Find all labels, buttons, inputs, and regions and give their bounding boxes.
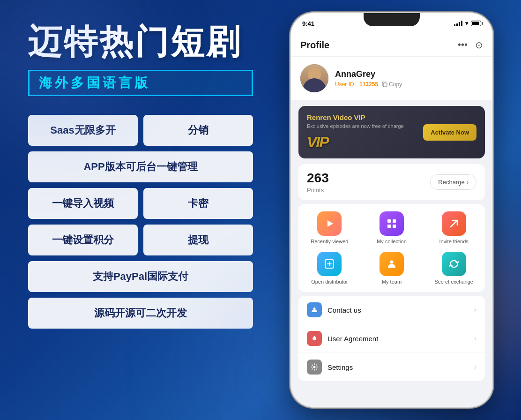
menu-item-invite-friends[interactable]: Invite friends: [426, 211, 481, 244]
svg-rect-5: [393, 225, 396, 228]
user-id-label: User ID:: [335, 81, 356, 88]
recently-viewed-icon: [317, 211, 342, 236]
phone-notch: [364, 13, 420, 26]
copy-button[interactable]: Copy: [382, 81, 402, 88]
settings-chevron-icon: ›: [474, 363, 476, 371]
list-item-settings[interactable]: Settings ›: [298, 353, 485, 381]
points-label: Points: [307, 187, 329, 194]
points-value: 263: [307, 171, 329, 186]
menu-item-open-distributor[interactable]: Open distributor: [302, 252, 357, 285]
menu-item-my-collection[interactable]: My collection: [365, 211, 419, 244]
activate-button[interactable]: Activate Now: [423, 124, 476, 141]
right-section: 9:41 ▾: [272, 0, 521, 420]
svg-rect-0: [383, 83, 387, 87]
secret-exchange-label: Secret exchange: [434, 279, 473, 285]
my-team-icon: [380, 252, 404, 276]
user-name: AnnaGrey: [335, 69, 483, 79]
user-agreement-label: User Agreement: [327, 335, 474, 343]
my-collection-label: My collection: [377, 239, 407, 244]
status-icons: ▾: [454, 20, 481, 27]
user-info: AnnaGrey User ID: 113255 Copy: [291, 57, 492, 100]
menu-grid: Recently viewed My c: [298, 204, 485, 292]
points-section: 263 Points Recharge ›: [298, 164, 485, 200]
open-distributor-icon: [317, 252, 342, 276]
recharge-button[interactable]: Recharge ›: [430, 174, 476, 190]
profile-title: Profile: [300, 40, 329, 51]
svg-rect-3: [393, 219, 396, 223]
left-section: 迈特热门短剧 海外多国语言版 Saas无限多开 分销 APP版本可后台一键管理 …: [0, 0, 272, 420]
feature-card-secret: 卡密: [143, 188, 253, 219]
vip-title: Renren Video VIP: [307, 113, 418, 121]
user-id-row: User ID: 113255 Copy: [335, 81, 483, 88]
open-distributor-label: Open distributor: [311, 279, 348, 285]
menu-item-secret-exchange[interactable]: Secret exchange: [426, 252, 481, 285]
list-item-user-agreement[interactable]: User Agreement ›: [298, 324, 485, 353]
points-info: 263 Points: [307, 171, 329, 194]
svg-point-7: [390, 261, 393, 264]
chevron-right-icon: ›: [467, 179, 469, 186]
feature-app-mgmt: APP版本可后台一键管理: [28, 151, 253, 182]
more-icon[interactable]: •••: [458, 39, 468, 51]
feature-withdraw: 提现: [143, 225, 253, 255]
phone-frame: 9:41 ▾: [291, 13, 492, 407]
page-container: 迈特热门短剧 海外多国语言版 Saas无限多开 分销 APP版本可后台一键管理 …: [0, 0, 521, 420]
vip-logo: VIP: [307, 134, 418, 151]
invite-friends-label: Invite friends: [439, 239, 468, 244]
avatar: [300, 64, 328, 92]
contact-us-icon: [307, 302, 322, 317]
svg-rect-4: [387, 225, 391, 228]
feature-set-points: 一键设置积分: [28, 225, 138, 255]
svg-marker-1: [327, 220, 333, 227]
copy-icon: [382, 82, 387, 87]
my-team-label: My team: [382, 279, 402, 285]
profile-header: Profile ••• ⊙: [291, 34, 492, 57]
agreement-chevron-icon: ›: [474, 334, 476, 343]
status-time: 9:41: [302, 20, 314, 27]
battery-icon: [471, 21, 481, 26]
vip-description: Exclusive episodes are now free of charg…: [307, 123, 418, 129]
menu-item-recently-viewed[interactable]: Recently viewed: [302, 211, 357, 244]
signal-icon: [454, 21, 462, 26]
list-section: Contact us › User Agreement ›: [298, 296, 485, 381]
feature-import-video: 一键导入视频: [28, 188, 138, 219]
phone-screen: 9:41 ▾: [291, 13, 492, 407]
svg-rect-2: [387, 219, 391, 223]
user-details: AnnaGrey User ID: 113255 Copy: [335, 69, 483, 88]
recently-viewed-label: Recently viewed: [311, 239, 348, 244]
contact-us-label: Contact us: [327, 306, 474, 314]
vip-info: Renren Video VIP Exclusive episodes are …: [307, 113, 418, 151]
user-agreement-icon: [307, 331, 322, 346]
list-item-contact-us[interactable]: Contact us ›: [298, 296, 485, 324]
feature-distribution: 分销: [143, 115, 253, 146]
phone-wrapper: 9:41 ▾: [291, 13, 492, 407]
feature-paypal: 支持PayPal国际支付: [28, 261, 253, 292]
subtitle: 海外多国语言版: [28, 70, 253, 96]
main-title: 迈特热门短剧: [28, 23, 253, 60]
user-id-value: 113255: [359, 81, 378, 88]
menu-item-my-team[interactable]: My team: [365, 252, 419, 285]
settings-label: Settings: [327, 363, 474, 371]
header-icons: ••• ⊙: [458, 39, 483, 51]
scan-icon[interactable]: ⊙: [475, 39, 483, 51]
settings-icon: [307, 360, 322, 375]
feature-open-source: 源码开源可二次开发: [28, 298, 253, 329]
wifi-icon: ▾: [465, 20, 468, 27]
secret-exchange-icon: [442, 252, 466, 276]
my-collection-icon: [380, 211, 404, 236]
invite-friends-icon: [442, 211, 466, 236]
feature-saas: Saas无限多开: [28, 115, 138, 146]
contact-chevron-icon: ›: [474, 306, 476, 314]
vip-card: Renren Video VIP Exclusive episodes are …: [298, 106, 485, 158]
features-grid: Saas无限多开 分销 APP版本可后台一键管理 一键导入视频 卡密 一键设置积…: [28, 115, 253, 329]
svg-point-9: [313, 366, 316, 368]
